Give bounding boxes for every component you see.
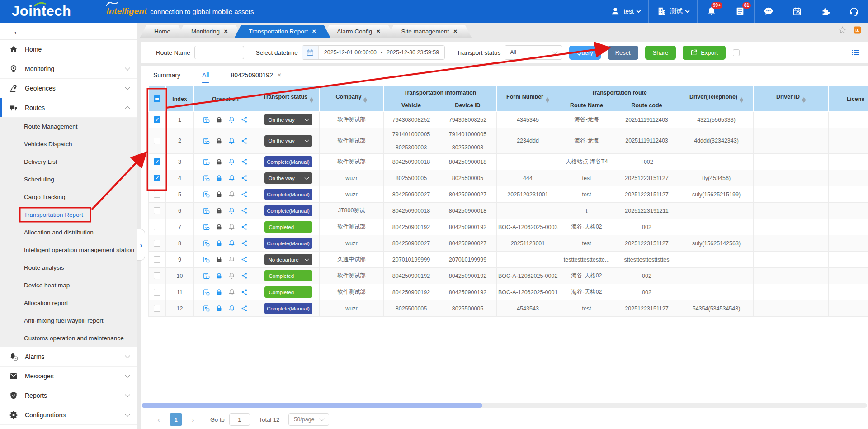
sidebar-item-configurations[interactable]: Configurations [0, 405, 137, 425]
share-icon[interactable] [241, 272, 248, 280]
sidebar-item-allocation-and-distribution[interactable]: Allocation and distribution [0, 224, 137, 241]
header-status[interactable]: Transport status [257, 86, 320, 112]
row-checkbox[interactable] [154, 175, 160, 181]
page-number[interactable]: 1 [170, 413, 182, 426]
lock-icon[interactable] [215, 305, 223, 312]
waybill-icon[interactable] [203, 137, 210, 145]
alarm-bell-icon[interactable] [228, 116, 236, 124]
share-icon[interactable] [241, 191, 248, 198]
share-icon[interactable] [241, 137, 248, 145]
share-icon[interactable] [241, 207, 248, 214]
share-icon[interactable] [241, 174, 248, 182]
sort-icon[interactable] [802, 95, 806, 105]
tab-close-icon[interactable]: ✕ [312, 29, 316, 34]
alarm-bell-icon[interactable] [228, 174, 236, 182]
waybill-icon[interactable] [203, 256, 210, 263]
share-icon[interactable] [241, 223, 248, 231]
panel-expander[interactable]: › [137, 229, 145, 261]
row-checkbox[interactable] [154, 116, 160, 123]
query-button[interactable]: Query [569, 46, 600, 60]
page-size-select[interactable]: 50/page [288, 413, 329, 426]
header-form-number[interactable]: Form Number [497, 86, 559, 112]
sidebar-item-route-management[interactable]: Route Management [0, 118, 137, 135]
lock-icon[interactable] [215, 158, 223, 166]
user-menu[interactable]: test [602, 0, 648, 23]
row-checkbox[interactable] [154, 224, 160, 230]
tab-close-icon[interactable]: ✕ [376, 29, 380, 34]
sidebar-item-cargo-tracking[interactable]: Cargo Tracking [0, 188, 137, 206]
column-settings-button[interactable] [851, 48, 860, 57]
share-icon[interactable] [241, 256, 248, 263]
tab-close-icon[interactable]: ✕ [453, 29, 457, 34]
waybill-icon[interactable] [203, 239, 210, 247]
sort-icon[interactable] [740, 95, 743, 105]
alarm-bell-icon[interactable] [228, 305, 236, 312]
prev-page-button[interactable]: ‹ [152, 413, 165, 426]
row-checkbox[interactable] [154, 256, 160, 263]
alarm-bell-icon[interactable] [228, 239, 236, 247]
status-badge[interactable]: Complete(Manual) [264, 303, 312, 314]
header-company[interactable]: Company [320, 86, 384, 112]
sidebar-item-messages[interactable]: Messages [0, 367, 137, 386]
status-dropdown[interactable]: On the way [264, 135, 312, 147]
forms-button[interactable]: 81 [726, 0, 754, 23]
sort-icon[interactable] [363, 95, 367, 105]
status-badge[interactable]: Completed [264, 221, 312, 233]
alarm-bell-icon[interactable] [228, 272, 236, 280]
datetime-range-picker[interactable]: 2025-12-01 00:00:00 - 2025-12-30 23:59:5… [302, 45, 445, 60]
row-checkbox[interactable] [154, 240, 160, 247]
row-checkbox[interactable] [154, 191, 160, 198]
sidebar-item-anti-mixing-fuel-waybill-report[interactable]: Anti-mixing fuel waybill report [0, 312, 137, 329]
support-button[interactable] [840, 0, 868, 23]
sidebar-item-delivery-list[interactable]: Delivery List [0, 153, 137, 171]
waybill-icon[interactable] [203, 272, 210, 280]
share-icon[interactable] [241, 288, 248, 296]
lock-icon[interactable] [215, 239, 223, 247]
lock-icon[interactable] [215, 272, 223, 280]
sidebar-item-route-analysis[interactable]: Route analysis [0, 259, 137, 276]
header-driver[interactable]: Driver(Telephone) [679, 86, 754, 112]
status-badge[interactable]: Complete(Manual) [264, 156, 312, 167]
row-checkbox[interactable] [154, 158, 160, 165]
sidebar-item-customs-operation-and-maintenance[interactable]: Customs operation and maintenance [0, 329, 137, 347]
messages-button[interactable] [755, 0, 783, 23]
sidebar-item-vehicles-dispatch[interactable]: Vehicles Dispatch [0, 135, 137, 153]
close-icon[interactable]: ✕ [277, 72, 282, 78]
lock-icon[interactable] [215, 256, 223, 263]
row-checkbox[interactable] [154, 272, 160, 279]
alarm-bell-icon[interactable] [228, 191, 236, 198]
sidebar-item-reports[interactable]: Reports [0, 386, 137, 405]
alarm-bell-icon[interactable] [228, 223, 236, 231]
status-badge[interactable]: Complete(Manual) [264, 189, 312, 200]
sidebar-item-home[interactable]: Home [0, 40, 137, 59]
alarm-bell-icon[interactable] [228, 288, 236, 296]
waybill-icon[interactable] [203, 207, 210, 214]
star-icon[interactable] [838, 26, 847, 34]
sort-icon[interactable] [546, 95, 549, 105]
horizontal-scrollbar[interactable] [142, 403, 867, 408]
next-page-button[interactable]: › [187, 413, 199, 426]
waybill-icon[interactable] [203, 191, 210, 198]
status-dropdown[interactable]: No departure [264, 254, 312, 265]
sidebar-item-transportation-report[interactable]: Transportation Report [0, 206, 137, 224]
lock-icon[interactable] [215, 191, 223, 198]
scrollbar-thumb[interactable] [142, 403, 482, 408]
row-checkbox[interactable] [154, 207, 160, 214]
alarm-bell-icon[interactable] [228, 207, 236, 214]
alarm-bell-icon[interactable] [228, 158, 236, 166]
status-badge[interactable]: Completed [264, 270, 312, 281]
lock-icon[interactable] [215, 223, 223, 231]
notifications-bell-button[interactable]: 99+ [698, 0, 726, 23]
sidebar-item-scheduling[interactable]: Scheduling [0, 171, 137, 188]
subtab-device[interactable]: 804250900192 ✕ [231, 72, 282, 79]
share-icon[interactable] [241, 305, 248, 312]
status-dropdown[interactable]: On the way [264, 172, 312, 184]
sort-icon[interactable] [310, 95, 313, 105]
row-checkbox[interactable] [154, 138, 160, 144]
status-badge[interactable]: Complete(Manual) [264, 238, 312, 249]
alarm-bell-icon[interactable] [228, 137, 236, 145]
lock-icon[interactable] [215, 207, 223, 214]
tab-site-management[interactable]: Site management✕ [387, 25, 472, 38]
subtab-summary[interactable]: Summary [153, 72, 180, 79]
schedule-button[interactable] [783, 0, 811, 23]
